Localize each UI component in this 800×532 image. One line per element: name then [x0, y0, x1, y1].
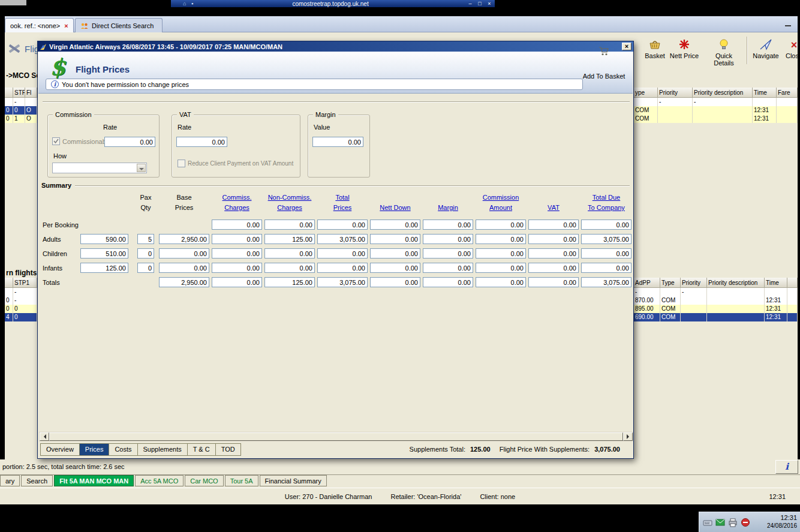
summary-field[interactable]: [528, 263, 579, 273]
summary-field[interactable]: [80, 234, 128, 244]
horizontal-scrollbar[interactable]: [39, 432, 633, 441]
grid-header-cell[interactable]: Priority description: [693, 88, 753, 98]
home-icon[interactable]: ⌂ ▪: [183, 1, 195, 7]
panel-minimize-icon[interactable]: [783, 20, 793, 28]
basket-button[interactable]: Basket: [638, 36, 672, 59]
summary-column-link[interactable]: Total: [309, 194, 375, 201]
summary-field[interactable]: [581, 263, 631, 273]
flight-row[interactable]: --: [634, 98, 798, 106]
summary-field[interactable]: [528, 248, 579, 259]
tab-booking-ref[interactable]: ook. ref.: <none> ×: [5, 18, 74, 32]
summary-field[interactable]: [159, 277, 209, 287]
scroll-left-icon[interactable]: [40, 432, 49, 441]
nett-price-button[interactable]: Nett Price: [667, 36, 701, 59]
summary-field[interactable]: [581, 234, 631, 244]
close-button[interactable]: × Close: [781, 36, 800, 59]
summary-field[interactable]: [80, 248, 128, 259]
tray-printer-icon[interactable]: [728, 518, 738, 527]
scrollbar-thumb[interactable]: [49, 432, 623, 441]
grid-header-cell[interactable]: STP1: [13, 278, 37, 288]
summary-field[interactable]: [370, 220, 420, 230]
app-tab-flt-5a-man-mco-man[interactable]: Flt 5A MAN MCO MAN: [54, 475, 134, 486]
summary-field[interactable]: [370, 234, 420, 244]
flight-row[interactable]: -: [5, 98, 37, 106]
summary-field[interactable]: [317, 263, 368, 273]
summary-field[interactable]: [528, 220, 579, 230]
flight-row[interactable]: 00O: [5, 106, 37, 115]
app-tab-search[interactable]: Search: [21, 475, 53, 486]
summary-field[interactable]: [423, 234, 473, 244]
scroll-right-icon[interactable]: [623, 432, 633, 441]
return-flight-row[interactable]: 870.00COM12:31: [634, 296, 798, 305]
summary-field[interactable]: [423, 248, 473, 259]
grid-header-cell[interactable]: [787, 278, 798, 288]
summary-field[interactable]: [528, 277, 579, 287]
flight-row[interactable]: COM12:31: [634, 106, 798, 115]
grid-header-cell[interactable]: Priority description: [707, 278, 765, 288]
flight-row[interactable]: 01O: [5, 115, 37, 123]
summary-field[interactable]: [370, 263, 420, 273]
summary-field[interactable]: [212, 220, 262, 230]
grid-header-cell[interactable]: Fl: [25, 88, 37, 98]
navigate-button[interactable]: Navigate: [749, 36, 783, 59]
summary-field[interactable]: [581, 277, 631, 287]
summary-field[interactable]: [581, 248, 631, 259]
app-tab-financial-summary[interactable]: Financial Summary: [260, 475, 327, 486]
minimize-icon[interactable]: –: [466, 1, 474, 7]
summary-field[interactable]: [264, 234, 315, 244]
grid-header-cell[interactable]: [5, 278, 13, 288]
app-tab-car-mco[interactable]: Car MCO: [185, 475, 223, 486]
summary-field[interactable]: [212, 263, 262, 273]
summary-field[interactable]: [423, 220, 473, 230]
dialog-tab-costs[interactable]: Costs: [109, 443, 137, 456]
maximize-icon[interactable]: □: [476, 1, 484, 7]
return-flight-row[interactable]: 40: [5, 313, 37, 321]
summary-field[interactable]: [317, 220, 368, 230]
app-tab-tour-5a[interactable]: Tour 5A: [225, 475, 258, 486]
return-flight-row[interactable]: 0-: [5, 296, 37, 305]
summary-field[interactable]: [159, 248, 209, 259]
summary-column-link[interactable]: Total Due: [573, 194, 639, 201]
summary-field[interactable]: [264, 248, 315, 259]
flight-row[interactable]: COM12:31: [634, 115, 798, 123]
summary-field[interactable]: [423, 263, 473, 273]
summary-field[interactable]: [317, 248, 368, 259]
summary-field[interactable]: [137, 263, 154, 273]
summary-field[interactable]: [476, 248, 526, 259]
grid-header-cell[interactable]: STP: [13, 88, 25, 98]
return-flight-row[interactable]: -: [5, 288, 37, 296]
return-flight-row[interactable]: 00: [5, 305, 37, 313]
summary-field[interactable]: [370, 248, 420, 259]
dialog-tab-t-c[interactable]: T & C: [187, 443, 216, 456]
grid-header-cell[interactable]: [5, 88, 13, 98]
summary-column-link[interactable]: Commission: [468, 194, 534, 201]
window-titlebar[interactable]: ⌂ ▪ comostreetrap.topdog.uk.net – □ ×: [171, 0, 495, 7]
summary-field[interactable]: [159, 234, 209, 244]
dialog-tab-prices[interactable]: Prices: [79, 443, 110, 456]
summary-field[interactable]: [212, 234, 262, 244]
grid-header-cell[interactable]: Fare: [777, 88, 798, 98]
summary-field[interactable]: [159, 263, 209, 273]
tab-direct-clients-search[interactable]: Direct Clients Search: [75, 18, 163, 32]
dialog-tab-tod[interactable]: TOD: [215, 443, 241, 456]
summary-column-link[interactable]: To Company: [573, 204, 639, 211]
grid-header-cell[interactable]: Priority: [658, 88, 693, 98]
return-flight-row[interactable]: --: [634, 288, 798, 296]
grid-header-cell[interactable]: Type: [660, 278, 681, 288]
summary-field[interactable]: [317, 234, 368, 244]
tray-alert-icon[interactable]: [741, 518, 750, 527]
grid-header-cell[interactable]: Time: [765, 278, 787, 288]
tray-message-icon[interactable]: [715, 518, 725, 527]
summary-field[interactable]: [476, 263, 526, 273]
grid-header-cell[interactable]: Time: [753, 88, 777, 98]
summary-field[interactable]: [476, 277, 526, 287]
summary-field[interactable]: [528, 234, 579, 244]
summary-field[interactable]: [264, 220, 315, 230]
summary-field[interactable]: [264, 263, 315, 273]
tray-keyboard-icon[interactable]: [703, 518, 712, 527]
summary-field[interactable]: [370, 277, 420, 287]
close-icon[interactable]: ×: [485, 1, 494, 7]
app-tab-ary[interactable]: ary: [0, 475, 20, 486]
summary-field[interactable]: [137, 248, 154, 259]
summary-field[interactable]: [80, 263, 128, 273]
